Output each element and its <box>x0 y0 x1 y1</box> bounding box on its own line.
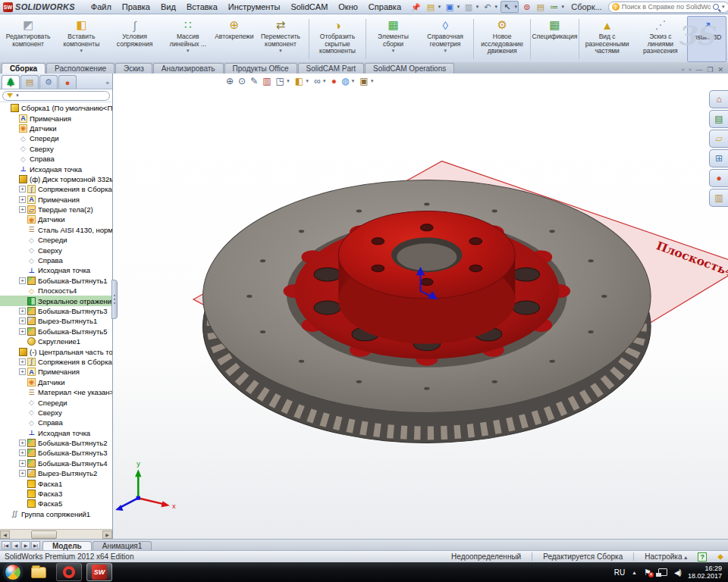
solidworks-resources-tab[interactable]: ⌂ <box>709 90 728 108</box>
quick-tips-icon[interactable]: ? <box>698 552 707 562</box>
tree-filter-input[interactable]: ▼ <box>2 91 110 101</box>
expand-icon[interactable]: + <box>19 368 26 375</box>
search-options-caret-icon[interactable]: ▼ <box>721 5 726 9</box>
tree-horizontal-scrollbar[interactable]: ◀ ▶ <box>0 529 112 539</box>
menu-вид[interactable]: Вид <box>155 2 181 12</box>
tree-item[interactable]: ☰Сталь AISI 4130, нормализо <box>0 225 112 235</box>
tree-item[interactable]: +Вырез-Вытянуть1 <box>0 316 112 326</box>
ribbon-mate-button[interactable]: ∫Условия сопряжения <box>108 16 161 62</box>
first-tab-button[interactable]: |◀ <box>2 541 11 549</box>
save-caret-icon[interactable]: ▼ <box>456 5 460 9</box>
doc-restore-button[interactable]: ❐ <box>707 66 713 74</box>
tree-item[interactable]: +∫Сопряжения в Сборка1 <box>0 184 112 194</box>
tree-item[interactable]: ◇Справа <box>0 154 112 164</box>
tree-item[interactable]: Фаска5 <box>0 499 112 508</box>
tree-item[interactable]: +Вырез-Вытянуть2 <box>0 468 112 478</box>
split-view-1-button[interactable]: ▫ <box>682 66 684 74</box>
tab-сборка[interactable]: Сборка <box>2 63 46 74</box>
menu-справка[interactable]: Справка <box>363 2 406 12</box>
tree-item[interactable]: (ф) Диск тормозной 332мм<1 <box>0 174 112 184</box>
expand-icon[interactable]: + <box>19 460 26 467</box>
prev-tab-button[interactable]: ◀ <box>11 541 20 549</box>
apply-scene-button[interactable]: ◍▼ <box>340 76 356 86</box>
ribbon-smart-fasteners-button[interactable]: ⊕Автокрепежи <box>215 16 254 62</box>
tree-item[interactable]: ◇Справа <box>0 255 112 265</box>
tree-item[interactable]: +Бобышка-Вытянуть2 <box>0 438 112 448</box>
displaymanager-tab[interactable]: ● <box>58 75 77 89</box>
display-style-caret-icon[interactable]: ▼ <box>305 79 309 83</box>
menu-правка[interactable]: Правка <box>117 2 155 12</box>
tree-item[interactable]: ◇Справа <box>0 418 112 427</box>
taskbar-clock[interactable]: 16:29 18.02.2017 <box>688 565 722 580</box>
doc-minimize-button[interactable]: — <box>695 66 702 74</box>
ribbon-exploded-view-button[interactable]: ▲Вид с разнесенными частями <box>581 16 634 62</box>
tab-эскиз[interactable]: Эскиз <box>115 63 152 74</box>
menu-solidcam[interactable]: SolidCAM <box>285 2 333 12</box>
select-caret-icon[interactable]: ▼ <box>513 5 518 9</box>
options-list-button[interactable]: ≔▼ <box>548 2 565 12</box>
section-view-button[interactable]: ▥ <box>261 76 272 86</box>
expand-icon[interactable]: + <box>19 449 26 456</box>
custom-properties-tab[interactable]: ▥ <box>709 189 728 207</box>
tab-solidcam-operations[interactable]: SolidCAM Operations <box>365 63 454 74</box>
view-orientation-caret-icon[interactable]: ▼ <box>286 79 290 83</box>
menu-файл[interactable]: Файл <box>86 2 117 12</box>
tree-item[interactable]: ◉Датчики <box>0 124 112 133</box>
ribbon-show-hidden-components-button[interactable]: ◑Отобразить скрытые компоненты <box>311 16 364 62</box>
taskbar-explorer-button[interactable] <box>26 563 52 581</box>
doc-close-button[interactable]: ✕ <box>717 66 723 74</box>
panel-splitter-handle[interactable] <box>111 280 118 319</box>
tree-item[interactable]: AПримечания <box>0 113 112 123</box>
next-tab-button[interactable]: ▶ <box>21 541 30 549</box>
view-palette-tab[interactable]: ⊞ <box>709 149 728 167</box>
tree-item[interactable]: Сборка1 (По умолчанию<По ум <box>0 103 112 113</box>
featuremanager-tree-tab[interactable]: 🌲 <box>2 75 20 89</box>
rebuild-traffic-light-button[interactable]: ⊜ <box>521 2 532 12</box>
tab-solidcam-part[interactable]: SolidCAM Part <box>298 63 365 74</box>
tab-анализировать[interactable]: Анализировать <box>153 63 224 74</box>
expand-icon[interactable]: + <box>19 328 26 335</box>
new-document-caret-icon[interactable]: ▼ <box>438 5 442 9</box>
magnified-selection-button[interactable]: ✎ <box>249 76 259 86</box>
file-properties-button[interactable]: ▤ <box>535 2 546 12</box>
expand-icon[interactable]: + <box>19 196 26 203</box>
tree-item[interactable]: ⊥Исходная точка <box>0 428 112 438</box>
ribbon-edit-component-button[interactable]: ◩Редактировать компонент <box>2 16 55 62</box>
tree-item[interactable]: +▱Твердые тела(2) <box>0 205 112 214</box>
print-caret-icon[interactable]: ▼ <box>475 5 479 9</box>
split-view-2-button[interactable]: ▫ <box>689 66 691 74</box>
tree-item[interactable]: ◇Сверху <box>0 144 112 154</box>
select-button[interactable]: ↖▼ <box>500 1 519 13</box>
panel-tabs-overflow-icon[interactable]: » <box>106 80 112 89</box>
linear-component-pattern-caret-icon[interactable]: ▼ <box>186 48 190 53</box>
apply-scene-caret-icon[interactable]: ▼ <box>350 79 355 83</box>
ribbon-linear-component-pattern-button[interactable]: ∷Массив линейных ...▼ <box>162 16 215 62</box>
tree-item[interactable]: ◇Спереди <box>0 397 112 407</box>
ribbon-move-component-button[interactable]: ⇄Переместить компонент▼ <box>254 16 307 62</box>
search-input[interactable] <box>622 3 711 11</box>
zoom-to-fit-button[interactable]: ⊕ <box>224 76 235 86</box>
tab-модель[interactable]: Модель <box>42 541 92 550</box>
zoom-to-area-button[interactable]: ⊙ <box>237 76 247 86</box>
tree-item[interactable]: +AПримечания <box>0 195 112 205</box>
scrollbar-thumb[interactable] <box>31 530 57 539</box>
expand-icon[interactable]: + <box>19 308 26 314</box>
tree-item[interactable]: +Бобышка-Вытянуть5 <box>0 327 112 336</box>
search-icon[interactable] <box>713 4 719 10</box>
reference-geometry-caret-icon[interactable]: ▼ <box>443 48 447 53</box>
menu-вставка[interactable]: Вставка <box>181 2 223 12</box>
tree-item[interactable]: ∬Группа сопряжений1 <box>0 509 112 519</box>
view-orientation-button[interactable]: ◳▼ <box>275 76 292 86</box>
save-button[interactable]: ▣▼ <box>444 2 460 12</box>
file-explorer-tab[interactable]: ▱ <box>709 130 728 148</box>
graphics-viewport[interactable]: ⊕⊙✎▥◳▼◧▼∞▼●◍▼▣▼ <box>113 74 728 539</box>
expand-icon[interactable]: + <box>19 206 26 213</box>
taskbar-opera-button[interactable] <box>56 563 82 581</box>
tree-item[interactable]: ☰Материал <не указан> <box>0 387 112 397</box>
ribbon-assembly-features-button[interactable]: ▦Элементы сборки▼ <box>368 16 419 62</box>
network-icon[interactable] <box>658 568 667 576</box>
tree-item[interactable]: Фаска1 <box>0 478 112 488</box>
tray-expand-icon[interactable]: ▲ <box>632 570 637 575</box>
edit-appearance-button[interactable]: ● <box>330 76 338 86</box>
pin-icon[interactable]: 📌 <box>411 3 420 11</box>
